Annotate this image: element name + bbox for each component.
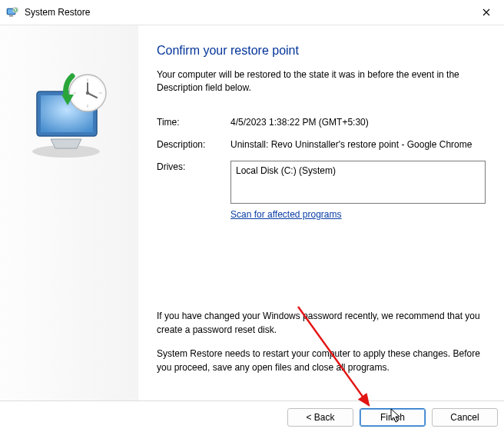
drives-list-item[interactable]: Local Disk (C:) (System) [236, 164, 480, 178]
window-title: System Restore [25, 7, 469, 18]
page-heading: Confirm your restore point [157, 44, 486, 58]
close-icon [482, 8, 490, 16]
restart-note: System Restore needs to restart your com… [157, 347, 486, 374]
cancel-button[interactable]: Cancel [432, 408, 498, 427]
wizard-body: Confirm your restore point Your computer… [0, 25, 504, 400]
footnotes: If you have changed your Windows passwor… [157, 310, 486, 385]
drives-listbox[interactable]: Local Disk (C:) (System) [230, 161, 486, 204]
intro-text: Your computer will be restored to the st… [157, 68, 486, 95]
svg-rect-2 [9, 15, 13, 17]
sidebar-graphic [0, 25, 138, 400]
restore-graphic-icon [23, 71, 115, 164]
restore-point-details: Time: 4/5/2023 1:38:22 PM (GMT+5:30) Des… [157, 116, 486, 222]
wizard-button-row: < Back Finish Cancel [0, 400, 504, 432]
system-restore-icon [6, 6, 18, 18]
finish-button[interactable]: Finish [360, 408, 426, 427]
svg-point-16 [86, 91, 89, 95]
titlebar: System Restore [0, 0, 504, 25]
drives-label: Drives: [157, 161, 230, 174]
close-button[interactable] [469, 0, 504, 25]
description-value: Uninstall: Revo Uninstaller's restore po… [230, 138, 486, 151]
scan-affected-programs-link[interactable]: Scan for affected programs [230, 208, 342, 221]
time-label: Time: [157, 116, 230, 129]
time-value: 4/5/2023 1:38:22 PM (GMT+5:30) [230, 116, 486, 129]
main-content: Confirm your restore point Your computer… [138, 25, 504, 400]
password-note: If you have changed your Windows passwor… [157, 310, 486, 337]
back-button[interactable]: < Back [287, 408, 353, 427]
description-label: Description: [157, 138, 230, 151]
